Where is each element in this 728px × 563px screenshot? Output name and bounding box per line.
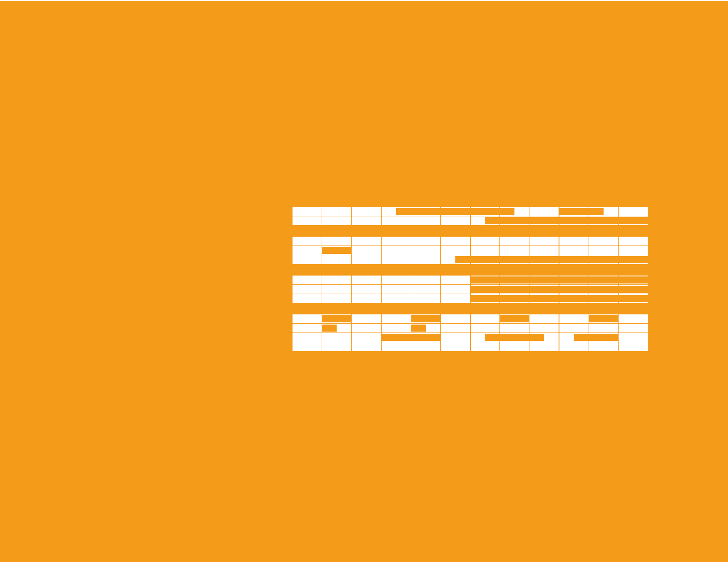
gantt-cell — [559, 333, 589, 342]
gantt-cell — [322, 276, 351, 285]
gantt-cell — [381, 216, 411, 226]
gantt-cell — [322, 237, 351, 246]
gantt-cell — [381, 333, 411, 342]
gantt-cell — [440, 314, 470, 324]
gantt-cell — [381, 324, 411, 333]
bar-projected — [500, 217, 529, 224]
gantt-cell — [470, 276, 500, 285]
bar-projected — [589, 256, 618, 263]
gantt-cell — [292, 342, 322, 352]
bar-projected — [589, 334, 618, 341]
gantt-cell — [529, 255, 559, 264]
gantt-chart: Objectives2012201220132013JulAugSepOctNo… — [79, 80, 649, 352]
gantt-cell — [529, 333, 559, 342]
gantt-cell — [411, 342, 440, 352]
bar-projected — [589, 286, 618, 293]
gantt-cell — [381, 276, 411, 285]
bar-projected — [619, 256, 648, 263]
bar-projected — [411, 208, 440, 215]
gantt-cell — [589, 294, 618, 303]
gantt-cell — [352, 237, 381, 246]
gantt-cell — [500, 333, 529, 342]
bar-projected — [455, 256, 470, 263]
bar-projected — [559, 256, 589, 263]
gantt-cell — [619, 255, 648, 264]
gantt-cell — [500, 276, 529, 285]
gantt-cell — [381, 207, 411, 216]
gantt-cell — [470, 314, 500, 324]
gantt-cell — [470, 216, 500, 226]
gantt-cell — [411, 333, 440, 342]
bar-projected — [471, 276, 500, 283]
gantt-cell — [411, 276, 440, 285]
gantt-cell — [529, 246, 559, 255]
gantt-cell — [352, 246, 381, 255]
bar-projected — [589, 217, 618, 224]
gantt-cell — [440, 246, 470, 255]
bar-projected — [574, 334, 589, 341]
bar-projected — [500, 256, 529, 263]
gantt-cell — [529, 276, 559, 285]
gantt-cell — [619, 216, 648, 226]
bar-projected — [500, 334, 529, 341]
gantt-cell — [381, 342, 411, 352]
gantt-cell — [619, 207, 648, 216]
bar-projected — [529, 276, 559, 283]
gantt-cell — [529, 207, 559, 216]
gantt-cell — [500, 324, 529, 333]
gantt-cell — [470, 324, 500, 333]
gantt-cell — [559, 285, 589, 294]
gantt-cell — [619, 285, 648, 294]
gantt-cell — [292, 276, 322, 285]
gantt-cell — [470, 342, 500, 352]
gantt-cell — [589, 324, 618, 333]
gantt-cell — [381, 285, 411, 294]
gantt-cell — [411, 285, 440, 294]
gantt-cell — [292, 324, 322, 333]
gantt-cell — [322, 216, 351, 226]
gantt-cell — [559, 216, 589, 226]
gantt-cell — [589, 342, 618, 352]
gantt-cell — [589, 246, 618, 255]
bar-projected — [529, 217, 559, 224]
gantt-cell — [470, 333, 500, 342]
gantt-cell — [322, 207, 351, 216]
gantt-cell — [589, 285, 618, 294]
bar-projected — [382, 334, 411, 341]
gantt-cell — [559, 342, 589, 352]
gantt-cell — [440, 324, 470, 333]
gantt-cell — [352, 314, 381, 324]
gantt-cell — [440, 342, 470, 352]
bar-projected — [471, 286, 500, 293]
gantt-cell — [440, 255, 470, 264]
gantt-cell — [529, 342, 559, 352]
gantt-cell — [589, 314, 618, 324]
gantt-cell — [322, 255, 351, 264]
bar-projected — [529, 256, 559, 263]
gantt-cell — [500, 216, 529, 226]
gantt-cell — [559, 246, 589, 255]
bar-projected — [559, 286, 589, 293]
bar-projected — [559, 217, 589, 224]
gantt-cell — [292, 314, 322, 324]
gantt-cell — [500, 285, 529, 294]
gantt-cell — [619, 324, 648, 333]
bar-projected — [559, 208, 589, 215]
bar-projected — [589, 208, 604, 215]
gantt-cell — [470, 255, 500, 264]
gantt-cell — [381, 255, 411, 264]
gantt-cell — [292, 237, 322, 246]
gantt-cell — [440, 276, 470, 285]
bar-projected — [619, 286, 648, 293]
gantt-cell — [352, 285, 381, 294]
gantt-cell — [559, 207, 589, 216]
bar-projected — [529, 286, 559, 293]
bar-projected — [619, 295, 648, 302]
gantt-cell — [322, 324, 351, 333]
gantt-cell — [470, 294, 500, 303]
gantt-cell — [440, 207, 470, 216]
gantt-cell — [619, 237, 648, 246]
gantt-cell — [589, 333, 618, 342]
gantt-cell — [381, 294, 411, 303]
gantt-cell — [352, 255, 381, 264]
